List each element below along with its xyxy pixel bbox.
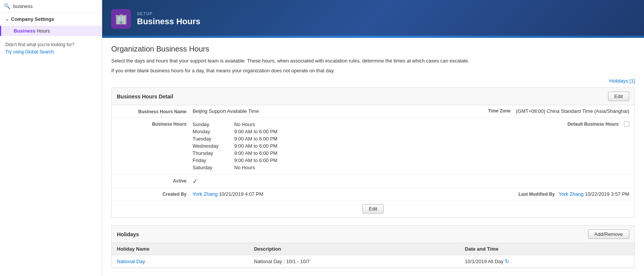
hours-table: Sunday No Hours Monday 9:00 AM to 6:00 P… [193, 121, 373, 171]
hours-friday: 9:00 AM to 6:00 PM [234, 157, 277, 163]
meta-row: Created By York Zhang 10/21/2019 4:07 PM… [112, 188, 635, 200]
holiday-name-link[interactable]: National Day [117, 259, 145, 264]
search-input[interactable] [13, 3, 98, 9]
page-title: Organization Business Hours [111, 45, 635, 53]
business-hours-name-value: Beijing Support Available Time [193, 108, 373, 114]
sidebar-item-highlight: Business [14, 28, 36, 34]
hours-default-row: Business Hours Sunday No Hours Monday [112, 118, 635, 175]
sidebar-item-business-hours[interactable]: Business Hours [0, 26, 102, 36]
sidebar-section-toggle[interactable]: ⌄ Company Settings [5, 16, 96, 22]
header-icon-symbol: 🏢 [115, 13, 127, 25]
header-setup-label: SETUP [137, 11, 201, 16]
main-area: 🏢 SETUP Business Hours Organization Busi… [102, 0, 644, 276]
header-text-block: SETUP Business Hours [137, 11, 201, 27]
day-friday: Friday [193, 157, 227, 163]
hours-row-saturday: Saturday No Hours [193, 164, 373, 171]
active-label: Active [117, 178, 193, 184]
hours-wednesday: 9:00 AM to 6:00 PM [234, 143, 277, 149]
search-icon: 🔍 [4, 3, 10, 9]
created-by-label: Created By [117, 192, 193, 197]
hours-monday: 9:00 AM to 6:00 PM [234, 129, 277, 134]
detail-section-title: Business Hours Detail [117, 94, 173, 100]
name-timezone-row: Business Hours Name Beijing Support Avai… [112, 105, 635, 118]
global-search-link[interactable]: Try using Global Search. [5, 49, 55, 55]
col-date-time: Date and Time [460, 243, 635, 255]
business-hours-schedule: Sunday No Hours Monday 9:00 AM to 6:00 P… [193, 121, 373, 171]
holiday-description-cell: National Day : 10/1 - 10/7 [249, 255, 459, 268]
detail-header: Business Hours Detail Edit [112, 88, 635, 105]
created-by-date: 10/21/2019 4:07 PM [218, 191, 263, 197]
default-business-hours-label: Default Business Hours [568, 122, 624, 127]
search-bar[interactable]: 🔍 [0, 0, 102, 12]
header-title: Business Hours [137, 17, 201, 27]
content-area: Organization Business Hours Select the d… [102, 38, 644, 276]
hours-row-wednesday: Wednesday 9:00 AM to 6:00 PM [193, 142, 373, 150]
last-modified-value: York Zhang 10/22/2019 3:57 PM [558, 191, 629, 197]
day-sunday: Sunday [193, 122, 227, 127]
created-by-user-link[interactable]: York Zhang [193, 191, 218, 197]
page-header: 🏢 SETUP Business Hours [102, 0, 644, 38]
hours-row-monday: Monday 9:00 AM to 6:00 PM [193, 128, 373, 135]
hours-saturday: No Hours [234, 165, 255, 170]
day-saturday: Saturday [193, 165, 227, 170]
business-hours-label: Business Hours [117, 121, 193, 127]
hours-row-friday: Friday 9:00 AM to 6:00 PM [193, 157, 373, 164]
edit-button-top[interactable]: Edit [608, 92, 629, 101]
col-holiday-name: Holiday Name [112, 243, 249, 255]
refresh-icon[interactable]: ↻ [505, 258, 509, 264]
hours-tuesday: 9:00 AM to 6:00 PM [234, 136, 277, 142]
hours-row-tuesday: Tuesday 9:00 AM to 6:00 PM [193, 135, 373, 142]
day-thursday: Thursday [193, 150, 227, 156]
last-modified-label: Last Modified By [518, 192, 555, 197]
chevron-down-icon: ⌄ [5, 17, 9, 22]
hours-row-thursday: Thursday 9:00 AM to 6:00 PM [193, 150, 373, 157]
created-by-value: York Zhang 10/21/2019 4:07 PM [193, 191, 518, 197]
hours-sunday: No Hours [234, 122, 255, 127]
last-modified-user-link[interactable]: York Zhang [558, 191, 583, 197]
sidebar-item-rest: Hours [36, 28, 50, 34]
holidays-section-title: Holidays [117, 231, 139, 237]
time-zone-value: (GMT+08:00) China Standard Time (Asia/Sh… [516, 108, 629, 114]
holidays-header: Holidays Add/Remove [112, 226, 635, 243]
hours-thursday: 9:00 AM to 6:00 PM [234, 150, 277, 156]
description-line2: If you enter blank business hours for a … [111, 67, 635, 75]
business-hours-detail-section: Business Hours Detail Edit Business Hour… [111, 87, 635, 218]
last-modified-date: 10/22/2019 3:57 PM [583, 191, 629, 197]
sidebar-section-company-settings: ⌄ Company Settings [0, 12, 102, 26]
edit-button-bottom[interactable]: Edit [362, 204, 384, 214]
header-icon: 🏢 [111, 9, 131, 29]
holidays-table-header-row: Holiday Name Description Date and Time [112, 243, 635, 255]
content-inner: Organization Business Hours Select the d… [102, 38, 644, 275]
hours-row-sunday: Sunday No Hours [193, 121, 373, 128]
active-row: Active ✓ [112, 175, 635, 188]
add-remove-button[interactable]: Add/Remove [588, 229, 629, 239]
time-zone-label: Time Zone [488, 108, 516, 114]
col-description: Description [249, 243, 459, 255]
day-monday: Monday [193, 129, 227, 134]
holidays-link-container: Holidays [1] [111, 78, 635, 84]
meta-right: Last Modified By York Zhang 10/22/2019 3… [518, 191, 629, 197]
checkbox-icon [624, 122, 629, 127]
business-hours-name-label: Business Hours Name [117, 108, 193, 114]
sidebar-section-label: Company Settings [11, 16, 54, 22]
holiday-name-cell: National Day [112, 255, 249, 268]
holidays-link[interactable]: Holidays [1] [609, 78, 635, 84]
sidebar: 🔍 ⌄ Company Settings Business Hours Didn… [0, 0, 102, 276]
active-checkmark: ✓ [193, 178, 629, 185]
day-tuesday: Tuesday [193, 136, 227, 142]
holidays-section: Holidays Add/Remove Holiday Name Descrip… [111, 225, 635, 268]
edit-row-bottom: Edit [112, 200, 635, 217]
sidebar-not-found: Didn't find what you're looking for? Try… [0, 36, 102, 61]
detail-body: Business Hours Name Beijing Support Avai… [112, 105, 635, 217]
holiday-datetime-cell: 10/1/2019 All Day ↻ [460, 255, 635, 268]
holidays-table: Holiday Name Description Date and Time N… [112, 243, 635, 268]
table-row: National Day National Day : 10/1 - 10/7 … [112, 255, 635, 268]
day-wednesday: Wednesday [193, 143, 227, 149]
description-line1: Select the days and hours that your supp… [111, 57, 635, 65]
default-business-hours-checkbox[interactable] [624, 122, 629, 128]
